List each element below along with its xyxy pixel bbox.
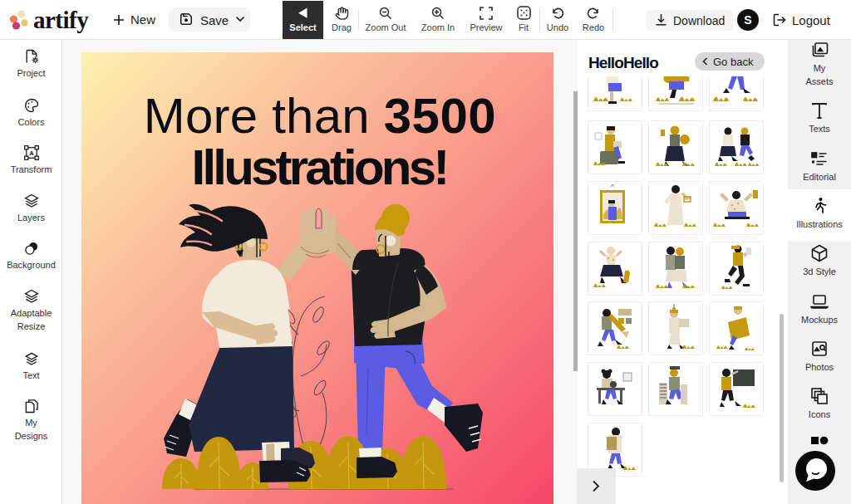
svg-text:A: A [29, 149, 34, 157]
